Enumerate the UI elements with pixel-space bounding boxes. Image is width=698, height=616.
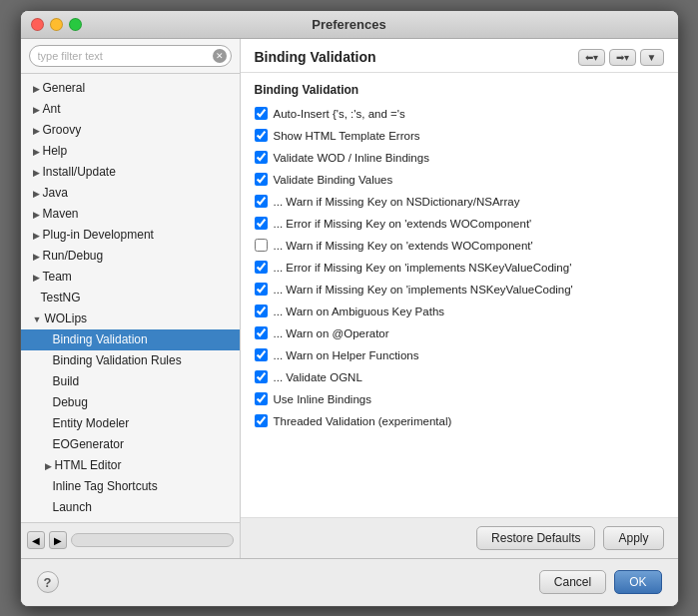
tree-arrow-team: ▶ bbox=[33, 269, 40, 287]
checkbox-validate-wod[interactable] bbox=[255, 151, 268, 164]
tree-arrow-general: ▶ bbox=[33, 80, 40, 98]
window-title: Preferences bbox=[312, 17, 385, 32]
sidebar-item-plugin-development[interactable]: ▶ Plug-in Development bbox=[21, 225, 240, 246]
main-title: Binding Validation bbox=[255, 49, 376, 65]
bottom-right-buttons: Cancel OK bbox=[539, 570, 662, 594]
header-icons: ⬅▾ ➡▾ ▼ bbox=[578, 49, 664, 66]
checkbox-row-threaded: Threaded Validation (experimental) bbox=[255, 410, 664, 432]
checkbox-warn-ambiguous[interactable] bbox=[255, 305, 268, 317]
sidebar-item-java[interactable]: ▶ Java bbox=[21, 183, 240, 204]
checkbox-label-show-html-errors: Show HTML Template Errors bbox=[274, 127, 420, 145]
sidebar-item-install-update[interactable]: ▶ Install/Update bbox=[21, 162, 240, 183]
tree-arrow-groovy: ▶ bbox=[33, 122, 40, 140]
checkbox-auto-insert[interactable] bbox=[255, 107, 268, 120]
nav-forward-button[interactable]: ▶ bbox=[49, 531, 67, 549]
tree-arrow-debug bbox=[45, 394, 50, 412]
nav-prev-icon[interactable]: ⬅▾ bbox=[578, 49, 605, 66]
nav-back-button[interactable]: ◀ bbox=[27, 531, 45, 549]
tree-arrow-launch bbox=[45, 499, 50, 517]
sidebar-label-testng: TestNG bbox=[41, 291, 81, 305]
sidebar-label-debug: Debug bbox=[53, 395, 88, 409]
checkbox-use-inline[interactable] bbox=[255, 392, 268, 405]
sidebar: ✕ ▶ General▶ Ant▶ Groovy▶ Help▶ Install/… bbox=[21, 39, 241, 558]
sidebar-item-ant[interactable]: ▶ Ant bbox=[21, 99, 240, 120]
sidebar-item-help[interactable]: ▶ Help bbox=[21, 141, 240, 162]
checkbox-validate-ognl[interactable] bbox=[255, 370, 268, 383]
sidebar-label-html-editor: HTML Editor bbox=[55, 458, 122, 472]
checkbox-show-html-errors[interactable] bbox=[255, 129, 268, 142]
tree-arrow-inline-tag-shortcuts bbox=[45, 478, 50, 496]
apply-button[interactable]: Apply bbox=[603, 526, 663, 550]
main-panel: Binding Validation ⬅▾ ➡▾ ▼ Binding Valid… bbox=[241, 39, 678, 558]
checkbox-row-auto-insert: Auto-Insert {'s, :'s, and ='s bbox=[255, 103, 664, 125]
scroll-track[interactable] bbox=[71, 533, 234, 547]
checkbox-label-use-inline: Use Inline Bindings bbox=[274, 390, 371, 408]
sidebar-item-inline-tag-shortcuts[interactable]: Inline Tag Shortcuts bbox=[21, 476, 240, 497]
sidebar-label-install-update: Install/Update bbox=[43, 165, 116, 179]
sidebar-item-build[interactable]: Build bbox=[21, 371, 240, 392]
tree-arrow-install-update: ▶ bbox=[33, 164, 40, 182]
sidebar-label-groovy: Groovy bbox=[43, 123, 82, 137]
minimize-button[interactable] bbox=[50, 18, 63, 31]
checkbox-label-threaded: Threaded Validation (experimental) bbox=[274, 412, 452, 430]
maximize-button[interactable] bbox=[69, 18, 82, 31]
sidebar-label-ant: Ant bbox=[43, 102, 61, 116]
tree-arrow-maven: ▶ bbox=[33, 206, 40, 224]
sidebar-label-eogenerator: EOGenerator bbox=[53, 437, 124, 451]
sidebar-item-html-editor[interactable]: ▶ HTML Editor bbox=[21, 455, 240, 476]
tree-arrow-plugin-development: ▶ bbox=[33, 227, 40, 245]
main-body: Binding Validation Auto-Insert {'s, :'s,… bbox=[241, 73, 678, 517]
sidebar-item-general[interactable]: ▶ General bbox=[21, 78, 240, 99]
sidebar-label-launch: Launch bbox=[53, 500, 92, 514]
checkbox-warn-helper[interactable] bbox=[255, 348, 268, 361]
checkbox-label-warn-missing-nsdict: ... Warn if Missing Key on NSDictionary/… bbox=[274, 193, 520, 211]
help-button[interactable]: ? bbox=[37, 571, 59, 593]
checkbox-row-validate-wod: Validate WOD / Inline Bindings bbox=[255, 147, 664, 169]
sidebar-label-build: Build bbox=[53, 374, 80, 388]
search-clear-button[interactable]: ✕ bbox=[213, 49, 227, 63]
checkbox-error-missing-implements-nskvs[interactable] bbox=[255, 261, 268, 274]
tree-arrow-entity-modeler bbox=[45, 415, 50, 433]
sidebar-item-groovy[interactable]: ▶ Groovy bbox=[21, 120, 240, 141]
close-button[interactable] bbox=[31, 18, 44, 31]
search-wrap: ✕ bbox=[29, 45, 232, 67]
checkbox-label-warn-missing-implements-nskvs: ... Warn if Missing Key on 'implements N… bbox=[274, 281, 573, 299]
sidebar-item-run-debug[interactable]: ▶ Run/Debug bbox=[21, 246, 240, 267]
checkbox-warn-operator[interactable] bbox=[255, 326, 268, 339]
sidebar-item-team[interactable]: ▶ Team bbox=[21, 267, 240, 288]
checkbox-label-warn-operator: ... Warn on @Operator bbox=[274, 324, 389, 342]
menu-icon[interactable]: ▼ bbox=[640, 49, 664, 66]
sidebar-item-maven[interactable]: ▶ Maven bbox=[21, 204, 240, 225]
nav-next-icon[interactable]: ➡▾ bbox=[609, 49, 636, 66]
checkbox-label-validate-ognl: ... Validate OGNL bbox=[274, 368, 362, 386]
sidebar-item-eogenerator[interactable]: EOGenerator bbox=[21, 434, 240, 455]
checkbox-warn-missing-implements-nskvs[interactable] bbox=[255, 283, 268, 296]
tree-arrow-build bbox=[45, 373, 50, 391]
search-input[interactable] bbox=[29, 45, 232, 67]
sidebar-item-binding-validation-rules[interactable]: Binding Validation Rules bbox=[21, 350, 240, 371]
tree-arrow-ant: ▶ bbox=[33, 101, 40, 119]
sidebar-item-testng[interactable]: TestNG bbox=[21, 288, 240, 308]
sidebar-item-debug[interactable]: Debug bbox=[21, 392, 240, 413]
main-footer: Restore Defaults Apply bbox=[241, 517, 678, 558]
sidebar-label-team: Team bbox=[43, 270, 72, 284]
restore-defaults-button[interactable]: Restore Defaults bbox=[476, 526, 595, 550]
checkbox-warn-missing-extends-woc[interactable] bbox=[255, 239, 268, 252]
checkbox-label-error-missing-extends-woc: ... Error if Missing Key on 'extends WOC… bbox=[274, 215, 532, 233]
section-title: Binding Validation bbox=[255, 83, 664, 97]
sidebar-label-binding-validation-rules: Binding Validation Rules bbox=[53, 353, 182, 367]
checkbox-error-missing-extends-woc[interactable] bbox=[255, 217, 268, 230]
checkbox-validate-binding-values[interactable] bbox=[255, 173, 268, 186]
sidebar-item-binding-validation[interactable]: Binding Validation bbox=[21, 329, 240, 350]
titlebar: Preferences bbox=[21, 11, 678, 39]
sidebar-item-entity-modeler[interactable]: Entity Modeler bbox=[21, 413, 240, 434]
checkbox-row-validate-ognl: ... Validate OGNL bbox=[255, 366, 664, 388]
cancel-button[interactable]: Cancel bbox=[539, 570, 606, 594]
sidebar-label-inline-tag-shortcuts: Inline Tag Shortcuts bbox=[53, 479, 158, 493]
checkbox-warn-missing-nsdict[interactable] bbox=[255, 195, 268, 208]
checkbox-row-warn-ambiguous: ... Warn on Ambiguous Key Paths bbox=[255, 301, 664, 322]
checkbox-threaded[interactable] bbox=[255, 414, 268, 427]
sidebar-item-wolips[interactable]: ▼ WOLips bbox=[21, 308, 240, 329]
ok-button[interactable]: OK bbox=[614, 570, 661, 594]
sidebar-item-launch[interactable]: Launch bbox=[21, 497, 240, 518]
